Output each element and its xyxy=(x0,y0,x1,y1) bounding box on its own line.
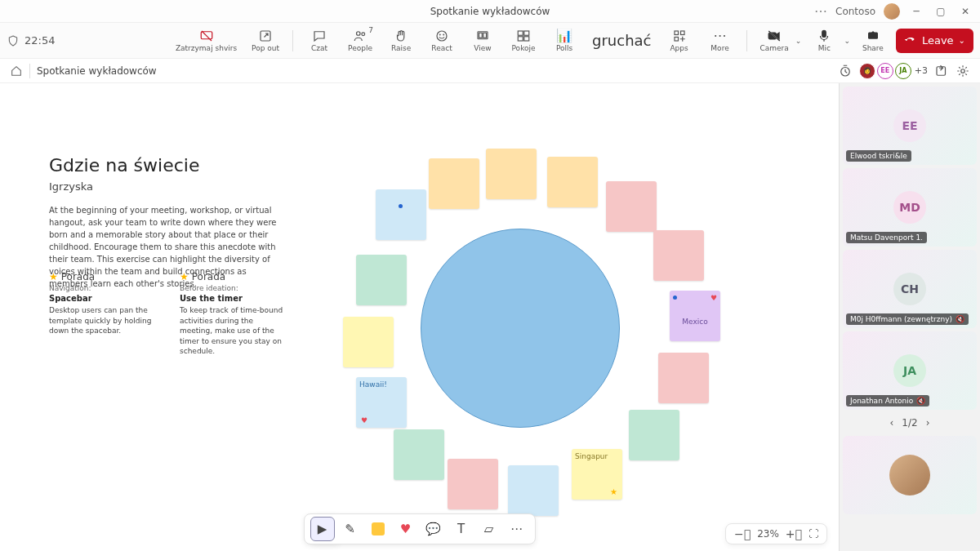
participant-tile[interactable]: MD Matsu Davenport 1. xyxy=(843,168,977,247)
svg-point-7 xyxy=(443,34,444,35)
svg-rect-13 xyxy=(518,37,523,41)
reaction-tool[interactable]: ♥ xyxy=(394,518,417,540)
participant-tile[interactable]: CH M0j H0ffmann (zewnętrzny)🔇 xyxy=(843,250,977,328)
pointer-tool[interactable]: ▶ xyxy=(311,518,334,540)
zoom-in-button[interactable]: +⃝ xyxy=(786,527,802,540)
participant-name: Jonathan Antonio🔇 xyxy=(846,395,929,407)
timer-icon[interactable] xyxy=(838,64,853,78)
leave-chevron[interactable]: ⌄ xyxy=(959,36,965,45)
popout-icon xyxy=(258,29,273,43)
star-icon: ★ xyxy=(49,271,58,282)
dot-marker xyxy=(399,204,403,208)
apps-icon xyxy=(672,29,687,43)
window-title: Spotkanie wykładowców xyxy=(430,6,550,17)
more-tools[interactable]: ⋯ xyxy=(506,518,528,540)
page-prev[interactable]: ‹ xyxy=(890,417,894,429)
shield-icon xyxy=(7,34,20,47)
react-button[interactable]: React xyxy=(424,24,460,58)
view-button[interactable]: View xyxy=(465,24,501,58)
participant-name: Matsu Davenport 1. xyxy=(846,232,927,243)
chat-icon xyxy=(312,29,327,43)
text-tool[interactable]: T xyxy=(450,518,473,540)
sticky-note[interactable] xyxy=(343,317,394,367)
people-icon: 7 xyxy=(353,29,368,43)
shape-tool[interactable]: ▱ xyxy=(478,518,501,540)
sticky-note[interactable] xyxy=(653,230,704,281)
comment-tool[interactable]: 💬 xyxy=(422,518,445,540)
fit-screen-button[interactable]: ⛶ xyxy=(808,528,818,540)
sticky-tool[interactable] xyxy=(367,518,390,540)
sticky-note[interactable] xyxy=(508,465,559,516)
muted-icon: 🔇 xyxy=(916,397,925,405)
strip-title: Spotkanie wykładowców xyxy=(37,65,157,77)
page-indicator: 1/2 xyxy=(902,417,917,429)
participant-pager: ‹1/2› xyxy=(843,413,977,433)
react-icon xyxy=(434,29,449,43)
maximize-button[interactable]: ▢ xyxy=(933,3,949,20)
svg-point-6 xyxy=(439,34,440,35)
svg-rect-12 xyxy=(524,31,529,35)
svg-point-25 xyxy=(961,69,965,73)
sticky-note[interactable] xyxy=(486,149,537,199)
center-circle[interactable] xyxy=(421,229,620,428)
share-button[interactable]: Share xyxy=(855,24,891,58)
more-button[interactable]: ⋯ More xyxy=(702,24,738,58)
polls-button[interactable]: 📊 Polls xyxy=(546,24,582,58)
sticky-note[interactable] xyxy=(394,429,444,480)
svg-rect-9 xyxy=(479,33,483,38)
sticky-note[interactable]: ♥ Mexico xyxy=(670,291,720,341)
popout-button[interactable]: Pop out xyxy=(247,24,284,58)
facepile[interactable]: 👩 EE JA +3 xyxy=(859,63,928,79)
self-tile[interactable] xyxy=(843,436,977,514)
zoom-out-button[interactable]: −⃝ xyxy=(734,527,751,540)
stop-sharing-button[interactable]: Zatrzymaj shvirs xyxy=(171,24,242,58)
participant-tile[interactable]: EE Elwood tskri&le xyxy=(843,87,977,165)
camera-off-icon xyxy=(767,29,782,43)
raise-hand-icon xyxy=(394,29,408,43)
close-window-button[interactable]: ✕ xyxy=(957,3,973,20)
meeting-timer: 22:54 xyxy=(7,34,55,47)
svg-point-4 xyxy=(362,33,365,36)
dot-marker xyxy=(673,295,677,300)
user-avatar[interactable] xyxy=(884,3,900,20)
chat-button[interactable]: Czat xyxy=(301,24,337,58)
rooms-button[interactable]: Pokoje xyxy=(506,24,541,58)
apps-button[interactable]: Apps xyxy=(662,24,697,58)
sticky-note[interactable] xyxy=(448,459,498,509)
settings-icon[interactable] xyxy=(956,64,970,78)
minimize-button[interactable]: ─ xyxy=(908,3,924,20)
avatar-3: JA xyxy=(895,63,911,79)
camera-button[interactable]: Camera xyxy=(755,24,794,58)
page-next[interactable]: › xyxy=(926,417,930,429)
mic-button[interactable]: Mic xyxy=(806,24,842,58)
people-button[interactable]: 7 People xyxy=(342,24,378,58)
sticky-note[interactable]: Hawaii! ♥ xyxy=(356,377,407,428)
participant-name: M0j H0ffmann (zewnętrzny)🔇 xyxy=(846,313,969,325)
svg-rect-10 xyxy=(483,33,487,38)
sticky-note[interactable] xyxy=(629,410,679,460)
raise-hand-button[interactable]: Raise xyxy=(383,24,419,58)
meeting-strip: Spotkanie wykładowców 👩 EE JA +3 xyxy=(0,59,980,83)
participant-tile[interactable]: JA Jonathan Antonio🔇 xyxy=(843,331,977,410)
avatar-1: 👩 xyxy=(859,63,875,79)
camera-chevron[interactable]: ⌄ xyxy=(795,37,802,45)
home-icon[interactable] xyxy=(10,64,23,78)
meeting-toolbar: 22:54 Zatrzymaj shvirs Pop out Czat 7 Pe… xyxy=(0,23,980,59)
board-title: Gdzie na świecie xyxy=(49,155,310,176)
whiteboard-canvas[interactable]: Gdzie na świecie Igrzyska At the beginni… xyxy=(0,83,839,551)
sticky-note[interactable]: Singapur ★ xyxy=(572,449,622,500)
pen-tool[interactable]: ✎ xyxy=(339,518,362,540)
leave-button[interactable]: Leave ⌄ xyxy=(896,29,973,53)
sticky-note[interactable] xyxy=(376,189,426,240)
sticky-note[interactable] xyxy=(658,353,709,403)
share-link-icon[interactable] xyxy=(934,64,949,78)
participant-avatar: EE xyxy=(893,109,926,142)
sticky-note[interactable] xyxy=(429,158,479,209)
self-avatar xyxy=(889,455,930,495)
sticky-note[interactable] xyxy=(356,255,407,305)
sticky-note[interactable] xyxy=(547,157,598,207)
rooms-icon xyxy=(516,29,531,43)
svg-point-3 xyxy=(357,32,361,36)
sticky-note[interactable] xyxy=(606,181,657,232)
mic-chevron[interactable]: ⌄ xyxy=(844,37,850,45)
